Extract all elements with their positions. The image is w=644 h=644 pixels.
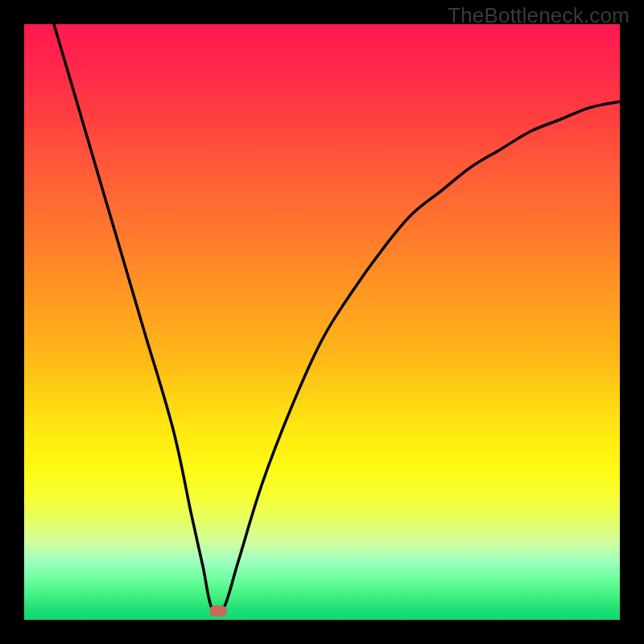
curve-svg <box>24 24 620 620</box>
plot-area <box>24 24 620 620</box>
chart-frame: TheBottleneck.com <box>0 0 644 644</box>
bottleneck-curve <box>54 24 620 614</box>
minimum-marker <box>209 605 227 617</box>
